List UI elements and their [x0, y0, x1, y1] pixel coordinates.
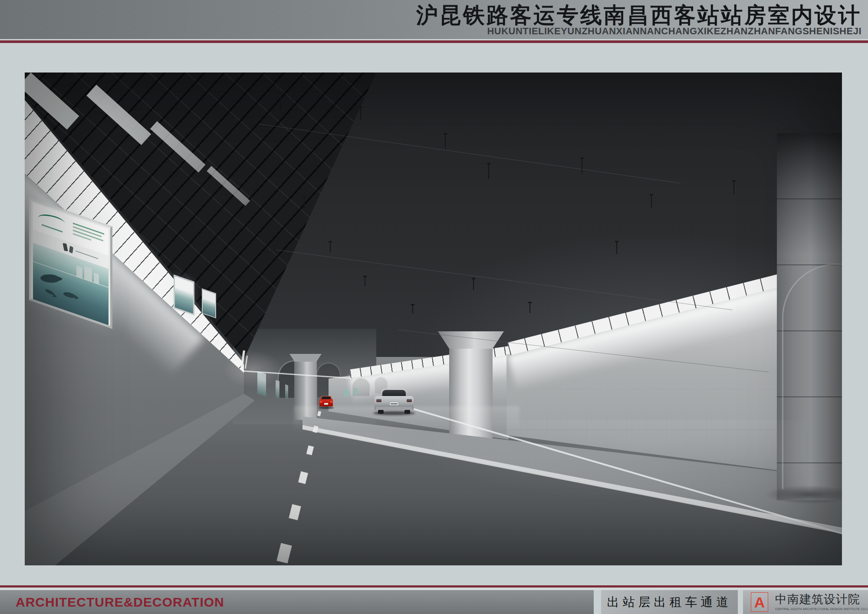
company-block: A 中南建筑设计院 CENTRAL-SOUTH ARCHITECTURAL DE…	[743, 590, 868, 614]
company-name-english: CENTRAL-SOUTH ARCHITECTURAL DESIGN INSTI…	[775, 607, 868, 611]
image-vignette	[25, 73, 842, 565]
company-logo-icon: A	[754, 595, 765, 610]
rendering-image	[25, 73, 842, 565]
footer-brand-bar: ARCHITECTURE&DECORATION	[0, 590, 594, 614]
page-title-pinyin: HUKUNTIELIKEYUNZHUANXIANNANCHANGXIKEZHAN…	[487, 26, 861, 37]
header-divider-maroon	[0, 40, 868, 43]
header: 沪昆铁路客运专线南昌西客站站房室内设计 HUKUNTIELIKEYUNZHUAN…	[0, 0, 868, 39]
company-name: 中南建筑设计院	[775, 591, 860, 607]
drawing-caption: 出站层出租车通道	[607, 594, 732, 611]
drawing-caption-box: 出站层出租车通道	[601, 590, 738, 614]
company-logo: A	[751, 592, 768, 612]
presentation-board: 沪昆铁路客运专线南昌西客站站房室内设计 HUKUNTIELIKEYUNZHUAN…	[0, 0, 868, 614]
brand-label: ARCHITECTURE&DECORATION	[16, 590, 224, 614]
